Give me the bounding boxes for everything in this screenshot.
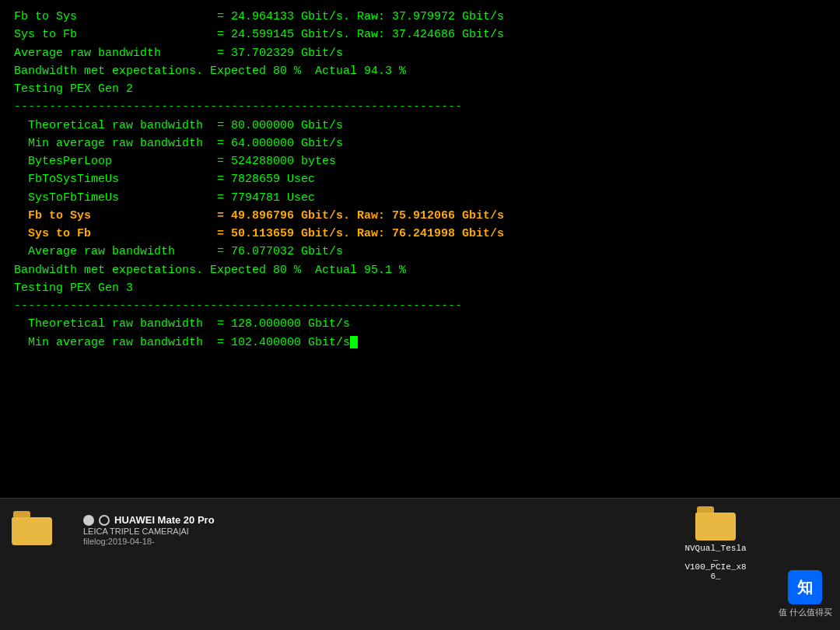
taskbar-right: NVQual_Tesla_V100_PCIe_x86_ <box>684 506 762 581</box>
zhihu-area: 知 值 什么值得买 <box>779 570 832 618</box>
term-line-11: SysToFbTimeUs = 7794781 Usec <box>14 189 826 207</box>
folder-label-2: NVQual_Tesla_V100_PCIe_x86_ <box>684 544 747 581</box>
term-line-17: Testing PEX Gen 3 <box>14 279 826 297</box>
term-line-18: ----------------------------------------… <box>14 297 826 315</box>
term-line-9: BytesPerLoop = 524288000 bytes <box>14 152 826 170</box>
term-line-7: Theoretical raw bandwidth = 80.000000 Gb… <box>14 117 826 135</box>
term-line-2: Average raw bandwidth = 37.702329 Gbit/s <box>14 44 826 62</box>
date-info: filelog:2019-04-18- <box>83 537 215 546</box>
term-line-14: Average raw bandwidth = 76.077032 Gbit/s <box>14 243 826 261</box>
taskbar: HUAWEI Mate 20 Pro LEICA TRIPLE CAMERA|A… <box>0 498 840 630</box>
term-line-10: FbToSysTimeUs = 7828659 Usec <box>14 170 826 188</box>
terminal-window: Fb to Sys = 24.964133 Gbit/s. Raw: 37.97… <box>0 0 840 498</box>
term-line-1: Sys to Fb = 24.599145 Gbit/s. Raw: 37.42… <box>14 26 826 44</box>
term-line-19: Theoretical raw bandwidth = 128.000000 G… <box>14 315 826 333</box>
term-line-20: Min average raw bandwidth = 102.400000 G… <box>14 334 826 352</box>
term-line-6: ----------------------------------------… <box>14 98 826 116</box>
term-line-0: Fb to Sys = 24.964133 Gbit/s. Raw: 37.97… <box>14 8 826 26</box>
folder-icon-2[interactable]: NVQual_Tesla_V100_PCIe_x86_ <box>684 506 747 581</box>
term-line-13: Sys to Fb = 50.113659 Gbit/s. Raw: 76.24… <box>14 225 826 243</box>
term-line-4: Bandwidth met expectations. Expected 80 … <box>14 62 826 80</box>
folder-shape-1 <box>12 511 52 545</box>
camera-info: LEICA TRIPLE CAMERA|AI <box>83 527 215 536</box>
circle-filled <box>83 515 94 526</box>
term-line-8: Min average raw bandwidth = 64.000000 Gb… <box>14 135 826 152</box>
term-line-5: Testing PEX Gen 2 <box>14 80 826 98</box>
zhihu-label: 值 什么值得买 <box>779 607 832 618</box>
folder-shape-2 <box>695 506 736 541</box>
circle-outline <box>99 515 110 526</box>
device-info: HUAWEI Mate 20 Pro LEICA TRIPLE CAMERA|A… <box>83 514 215 546</box>
term-line-12: Fb to Sys = 49.896796 Gbit/s. Raw: 75.91… <box>14 207 826 225</box>
terminal-cursor <box>350 336 358 348</box>
taskbar-left: HUAWEI Mate 20 Pro LEICA TRIPLE CAMERA|A… <box>12 506 215 546</box>
zhihu-logo: 知 <box>788 570 822 604</box>
device-brand: HUAWEI Mate 20 Pro <box>114 514 215 526</box>
term-line-16: Bandwidth met expectations. Expected 80 … <box>14 261 826 279</box>
folder-icon-1[interactable] <box>12 511 52 545</box>
